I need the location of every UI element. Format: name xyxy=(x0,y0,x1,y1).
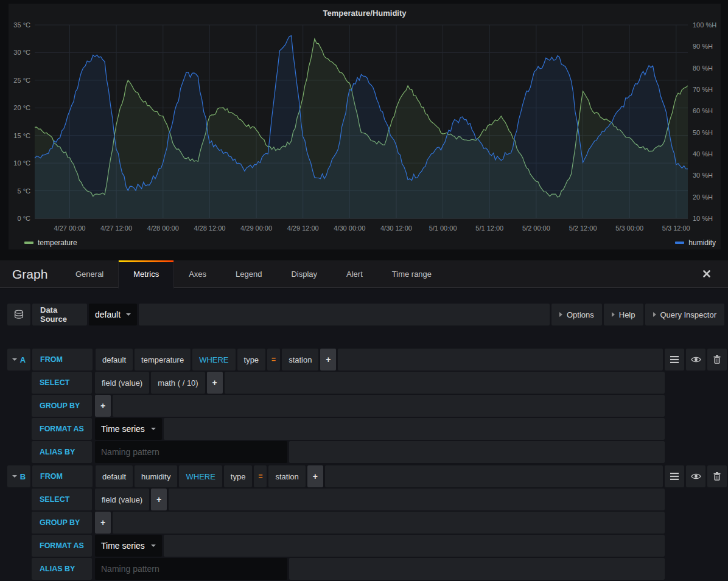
help-button-label: Help xyxy=(619,310,635,319)
graph-panel: Temperature/Humidity 0 °C5 °C10 °C15 °C2… xyxy=(9,4,721,249)
datasource-icon-cell xyxy=(7,304,30,325)
query-toggle-visibility-button[interactable] xyxy=(686,465,705,487)
datasource-select[interactable]: default xyxy=(89,304,137,325)
svg-text:5/1 00:00: 5/1 00:00 xyxy=(429,224,457,232)
query-ref-id: A xyxy=(20,355,26,364)
query-b-collapse-toggle[interactable]: B xyxy=(7,465,30,487)
chevron-down-icon xyxy=(126,313,131,316)
query-menu-button[interactable] xyxy=(665,465,684,487)
plus-icon: + xyxy=(100,401,105,411)
where-operator-segment[interactable]: = xyxy=(267,349,280,371)
chevron-right-icon xyxy=(612,312,615,317)
svg-text:4/29 00:00: 4/29 00:00 xyxy=(240,224,272,232)
hamburger-menu-icon xyxy=(670,473,679,480)
row-filler xyxy=(225,372,665,394)
eye-icon xyxy=(691,473,701,480)
legend-item-temperature[interactable]: temperature xyxy=(24,238,77,247)
query-toggle-visibility-button[interactable] xyxy=(686,349,705,371)
row-filler xyxy=(164,535,665,557)
alias-by-label: ALIAS BY xyxy=(32,441,92,463)
query-delete-button[interactable] xyxy=(707,349,727,371)
svg-text:10 °C: 10 °C xyxy=(13,159,30,167)
add-select-part-button[interactable]: + xyxy=(207,372,223,394)
alias-input[interactable] xyxy=(95,441,287,463)
svg-text:0 °C: 0 °C xyxy=(17,215,30,222)
row-filler xyxy=(113,395,665,417)
collapse-caret-icon xyxy=(12,475,17,478)
tab-legend[interactable]: Legend xyxy=(221,260,276,288)
query-a-collapse-toggle[interactable]: A xyxy=(7,349,30,371)
svg-text:5/2 00:00: 5/2 00:00 xyxy=(522,224,550,232)
select-field-segment[interactable]: field (value) xyxy=(95,372,149,394)
where-tag-segment[interactable]: type xyxy=(224,465,253,487)
svg-text:15 °C: 15 °C xyxy=(13,132,30,139)
from-measurement-segment[interactable]: humidity xyxy=(135,465,177,487)
database-icon xyxy=(13,310,24,320)
svg-text:5 °C: 5 °C xyxy=(17,187,30,195)
panel-editor-tabbar: Graph General Metrics Axes Legend Displa… xyxy=(0,260,728,288)
query-delete-button[interactable] xyxy=(707,465,727,487)
format-as-label: FORMAT AS xyxy=(32,535,92,557)
plus-icon: + xyxy=(313,471,318,481)
tab-display[interactable]: Display xyxy=(276,260,332,288)
format-as-select[interactable]: Time series xyxy=(95,535,162,557)
where-keyword[interactable]: WHERE xyxy=(192,349,235,371)
from-measurement-segment[interactable]: temperature xyxy=(135,349,191,371)
options-button[interactable]: Options xyxy=(551,304,602,325)
from-policy-segment[interactable]: default xyxy=(96,349,133,371)
datasource-row: Data Source default Options Help Query I… xyxy=(7,304,724,325)
query-b-format-row: FORMAT AS Time series xyxy=(7,535,665,557)
query-b-alias-row: ALIAS BY xyxy=(7,558,665,580)
close-icon[interactable] xyxy=(702,270,711,278)
row-filler xyxy=(113,512,665,534)
tab-time-range[interactable]: Time range xyxy=(377,260,446,288)
format-as-select[interactable]: Time series xyxy=(95,418,162,440)
help-button[interactable]: Help xyxy=(604,304,643,325)
where-value-segment[interactable]: station xyxy=(268,465,305,487)
select-math-segment[interactable]: math ( / 10) xyxy=(151,372,205,394)
select-field-segment[interactable]: field (value) xyxy=(95,489,149,510)
tab-general[interactable]: General xyxy=(61,260,118,288)
svg-text:70 %H: 70 %H xyxy=(693,86,713,93)
where-value-segment[interactable]: station xyxy=(282,349,318,371)
add-condition-button[interactable]: + xyxy=(320,349,336,371)
add-select-part-button[interactable]: + xyxy=(151,489,167,510)
legend-label-temperature[interactable]: temperature xyxy=(38,238,77,247)
legend-item-humidity[interactable]: humidity xyxy=(675,238,716,247)
row-filler xyxy=(289,558,665,580)
query-inspector-button[interactable]: Query Inspector xyxy=(645,304,725,325)
from-policy-segment[interactable]: default xyxy=(96,465,133,487)
query-a-format-row: FORMAT AS Time series xyxy=(7,418,665,440)
temperature-series-swatch xyxy=(24,242,33,244)
legend-label-humidity[interactable]: humidity xyxy=(688,238,716,247)
where-keyword[interactable]: WHERE xyxy=(179,465,222,487)
svg-text:35 °C: 35 °C xyxy=(13,21,30,29)
tab-alert[interactable]: Alert xyxy=(332,260,377,288)
add-condition-button[interactable]: + xyxy=(307,465,323,487)
hamburger-menu-icon xyxy=(670,356,679,363)
tab-axes[interactable]: Axes xyxy=(174,260,221,288)
query-inspector-button-label: Query Inspector xyxy=(660,310,717,319)
row-filler xyxy=(289,441,665,463)
tab-metrics[interactable]: Metrics xyxy=(118,260,174,288)
add-group-by-button[interactable]: + xyxy=(95,512,111,534)
row-filler xyxy=(325,465,663,487)
format-as-label: FORMAT AS xyxy=(32,418,92,440)
svg-text:4/28 12:00: 4/28 12:00 xyxy=(194,224,225,232)
timeseries-chart[interactable]: 0 °C5 °C10 °C15 °C20 °C25 °C30 °C35 °C10… xyxy=(9,4,721,249)
where-tag-segment[interactable]: type xyxy=(237,349,266,371)
alias-input[interactable] xyxy=(95,558,287,580)
where-operator-segment[interactable]: = xyxy=(254,465,267,487)
row-filler xyxy=(169,489,665,510)
svg-text:10 %H: 10 %H xyxy=(693,215,713,222)
query-menu-button[interactable] xyxy=(665,349,684,371)
svg-text:4/28 00:00: 4/28 00:00 xyxy=(147,224,179,232)
collapse-caret-icon xyxy=(12,358,17,361)
svg-text:4/29 12:00: 4/29 12:00 xyxy=(287,224,319,232)
add-group-by-button[interactable]: + xyxy=(95,395,111,417)
svg-text:5/2 12:00: 5/2 12:00 xyxy=(569,224,597,232)
alias-by-label: ALIAS BY xyxy=(32,558,92,580)
plus-icon: + xyxy=(100,518,105,527)
svg-text:50 %H: 50 %H xyxy=(693,129,713,136)
svg-text:4/30 00:00: 4/30 00:00 xyxy=(334,224,365,232)
